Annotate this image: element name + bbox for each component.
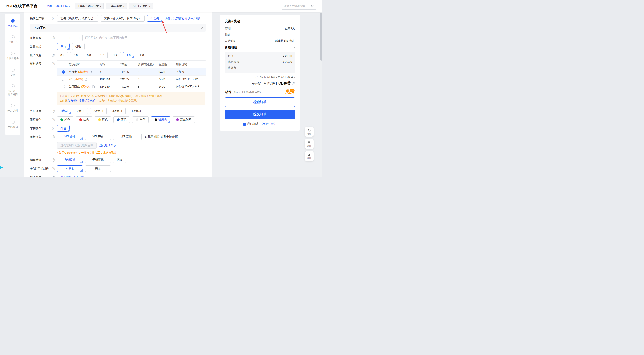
- scroll-to-top-button[interactable]: 顶部: [305, 139, 314, 149]
- help-icon[interactable]: ?: [52, 158, 55, 162]
- option-panelized[interactable]: 拼板: [72, 43, 84, 50]
- help-icon[interactable]: ?: [52, 62, 55, 65]
- nav-order-guide[interactable]: 下单员必看 ›: [106, 3, 127, 9]
- option-copper-1oz[interactable]: 1盎司: [57, 108, 71, 114]
- section-pcb-process[interactable]: PCB工艺: [30, 24, 206, 31]
- minus-button[interactable]: −: [57, 36, 63, 40]
- quantity-value[interactable]: 1: [63, 36, 76, 39]
- material-row-kb[interactable]: KB (真A级) KB6164 TG135 8 94V0 起步价20+10元/m…: [57, 76, 206, 83]
- scroll-to-bottom-button[interactable]: 底部: [305, 151, 314, 161]
- agreement-checkbox[interactable]: ✓: [243, 122, 246, 126]
- step-invoice-payment[interactable]: ✓ 开票/支付: [8, 104, 18, 112]
- option-copper-4.5oz[interactable]: 4.5盎司: [128, 108, 144, 114]
- option-via-resin-capped[interactable]: 过孔塞树脂+过孔电镀盖帽: [142, 134, 181, 140]
- search-icon[interactable]: [311, 5, 314, 8]
- grade-label: (真A级): [78, 70, 88, 74]
- option-thickness-1.0[interactable]: 1.0: [97, 52, 108, 58]
- material-table-header: 指定品牌 型号 TG值 玻璃布(张数) 阻燃性 加收价格: [57, 61, 206, 68]
- floating-widget-icon[interactable]: [0, 165, 3, 170]
- option-single-piece[interactable]: 单片: [57, 43, 70, 50]
- option-copper-3.5oz[interactable]: 3.5盎司: [109, 108, 126, 114]
- coupon-row[interactable]: ( 1-4层喷锡EDA专用券) 已选择 ›: [225, 75, 295, 79]
- nav-technician-guide[interactable]: 下单前技术员必看 ›: [75, 3, 104, 9]
- form-row-silkscreen-color: 字符颜色 ? 白色: [30, 125, 206, 132]
- disclaimer-link[interactable]: 《免责声明》: [260, 122, 277, 126]
- option-via-tented[interactable]: 过孔盖油: [57, 134, 83, 140]
- option-copper-2.5oz[interactable]: 2.5盎司: [90, 108, 106, 114]
- option-hasl-leaded[interactable]: 有铅喷锡: [57, 157, 83, 163]
- help-icon[interactable]: ?: [52, 135, 55, 138]
- option-thickness-0.8[interactable]: 0.8: [84, 52, 94, 58]
- help-icon[interactable]: ?: [52, 54, 55, 57]
- scrollbar-thumb[interactable]: [320, 12, 322, 61]
- option-silkscreen-white[interactable]: 白色: [57, 125, 70, 132]
- option-color-white[interactable]: 白色: [132, 116, 149, 123]
- price-detail-toggle[interactable]: 价格明细: [225, 45, 295, 49]
- chevron-down-icon[interactable]: [293, 46, 295, 48]
- submit-order-button[interactable]: 提交订单: [225, 110, 295, 119]
- option-color-matte-black[interactable]: 哑黑色: [151, 116, 170, 123]
- help-icon[interactable]: ?: [52, 17, 55, 20]
- chevron-down-icon[interactable]: [200, 26, 203, 29]
- help-icon[interactable]: ?: [52, 127, 55, 130]
- option-confirm-multiple[interactable]: 需要（确认多次，收费10元）: [101, 15, 145, 22]
- option-thickness-1.6[interactable]: 1.6: [123, 52, 134, 58]
- step-check-icon: ✓: [11, 120, 14, 124]
- option-via-opened[interactable]: 过孔开窗: [85, 134, 111, 140]
- form-row-copper-weight: 外层铜厚 ? 1盎司 2盎司 2.5盎司 3.5盎司 4.5盎司: [30, 108, 206, 114]
- option-bevel-yes[interactable]: 需要: [85, 165, 111, 172]
- nav-template-order[interactable]: 使用工艺模板下单 ›: [44, 3, 72, 9]
- option-no-confirm[interactable]: 不需要: [147, 15, 162, 22]
- field-label: 拼板款数: [30, 34, 52, 41]
- step-basic-info[interactable]: ✓ 基本信息: [8, 19, 18, 27]
- plus-button[interactable]: +: [76, 36, 82, 40]
- form-row-solder-color: 阻焊颜色 ? 绿色 红色 黄色 蓝色 白色 哑黑色 嘉立创紫: [30, 116, 206, 123]
- step-shipping[interactable]: ✓ 发货/快递: [8, 120, 18, 129]
- option-via-plugged[interactable]: 过孔塞油: [113, 134, 139, 140]
- option-thickness-0.4[interactable]: 0.4: [57, 52, 68, 58]
- option-enig[interactable]: 沉金: [113, 157, 126, 163]
- option-color-red[interactable]: 红色: [76, 116, 92, 123]
- help-icon[interactable]: ?: [52, 36, 55, 39]
- material-row-unspecified[interactable]: ✓ 不指定 (真A级) / TG135 8 94V0 不加价: [57, 68, 206, 76]
- option-bevel-no[interactable]: 不需要: [57, 165, 83, 172]
- radio-icon[interactable]: [62, 78, 65, 81]
- step-lead-time[interactable]: ✓ 交期: [10, 68, 15, 76]
- option-thickness-0.6[interactable]: 0.6: [70, 52, 81, 58]
- why-confirm-link[interactable]: 为什么官方推荐确认生产稿?: [165, 16, 200, 20]
- step-pcb-process[interactable]: ✓ PCB工艺: [8, 35, 18, 44]
- color-swatch-red: [79, 118, 82, 121]
- help-icon[interactable]: ?: [52, 176, 55, 178]
- via-diagram-link[interactable]: 过孔处理图示: [99, 144, 116, 147]
- step-smt-stencil[interactable]: ✓ SMT贴片 激光钢网: [8, 84, 18, 96]
- search-input[interactable]: [284, 5, 311, 8]
- step-personalized-service[interactable]: ✓ 个性化服务: [7, 51, 19, 60]
- color-swatch-black: [154, 118, 157, 121]
- option-color-yellow[interactable]: 黄色: [95, 116, 111, 123]
- material-quality-link[interactable]: 公布板材质量识别教程: [67, 99, 96, 102]
- option-copper-2oz[interactable]: 2盎司: [74, 108, 88, 114]
- help-icon[interactable]: ?: [292, 82, 295, 85]
- option-aoi-flying-probe[interactable]: AOI全测+飞针全测: [57, 174, 88, 177]
- datasheet-icon[interactable]: [92, 85, 95, 88]
- datasheet-icon[interactable]: [90, 70, 92, 73]
- option-color-blue[interactable]: 蓝色: [114, 116, 130, 123]
- option-confirm-once[interactable]: 需要（确认1次，收费3元）: [57, 15, 98, 22]
- form-row-via-cover: 阻焊覆盖 ? 过孔盖油 过孔开窗 过孔塞油 过孔塞树脂+过孔电镀盖帽 过孔塞铜浆…: [30, 134, 206, 155]
- check-order-button[interactable]: 检查订单: [225, 97, 295, 107]
- help-icon[interactable]: ?: [52, 110, 55, 113]
- nav-pcb-parameters[interactable]: PCB工艺参数 ›: [129, 3, 153, 9]
- help-icon[interactable]: ?: [52, 167, 55, 170]
- datasheet-icon[interactable]: [84, 78, 87, 81]
- option-thickness-2.0[interactable]: 2.0: [136, 52, 147, 58]
- option-color-purple[interactable]: 嘉立创紫: [173, 116, 195, 123]
- radio-checked-icon[interactable]: ✓: [62, 70, 65, 74]
- option-thickness-1.2[interactable]: 1.2: [110, 52, 121, 58]
- option-hasl-lead-free[interactable]: 无铅喷锡: [85, 157, 111, 163]
- option-color-green[interactable]: 绿色: [57, 116, 74, 123]
- material-row-nanya[interactable]: 台湾南亚 (真A级) NP-140F TG140 8 94V0 起步价20+50…: [57, 83, 206, 90]
- help-icon[interactable]: ?: [52, 118, 55, 121]
- radio-icon[interactable]: [62, 85, 65, 88]
- customer-service-button[interactable]: 客服: [305, 127, 314, 137]
- price-row-shipping-fee: 快递费: [228, 66, 292, 70]
